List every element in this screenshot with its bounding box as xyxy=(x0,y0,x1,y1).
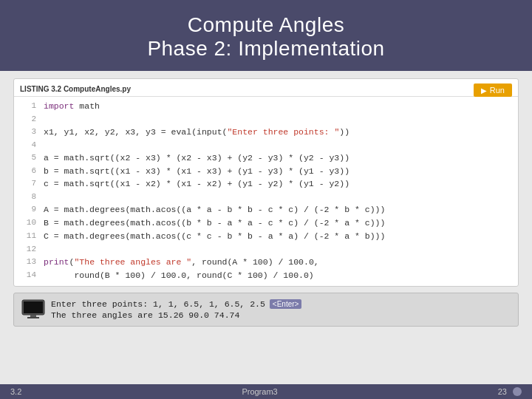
code-line-7: 7 c = math.sqrt((x1 - x2) * (x1 - x2) + … xyxy=(20,177,512,191)
slide: Compute Angles Phase 2: Implementation L… xyxy=(0,0,532,399)
monitor-icon xyxy=(21,299,45,320)
code-line-10: 10 B = math.degrees(math.acos((b * b - a… xyxy=(20,216,512,230)
enter-tag: <Enter> xyxy=(270,299,302,309)
svg-rect-1 xyxy=(24,301,43,313)
output-line-2: The three angles are 15.26 90.0 74.74 xyxy=(51,310,509,320)
footer-page-number: 23 xyxy=(498,387,507,396)
code-line-12: 12 xyxy=(20,243,512,256)
listing-label: LISTING 3.2 ComputeAngles.py xyxy=(14,83,518,97)
code-line-14: 14 round(B * 100) / 100.0, round(C * 100… xyxy=(20,269,512,282)
footer-center: Program3 xyxy=(242,387,277,396)
output-input-value: 1, 1, 6.5, 1, 6.5, 2.5 xyxy=(153,299,265,309)
code-line-6: 6 b = math.sqrt((x1 - x3) * (x1 - x3) + … xyxy=(20,165,512,178)
slide-title: Compute Angles Phase 2: Implementation xyxy=(15,13,517,61)
svg-rect-2 xyxy=(30,315,36,317)
footer-left: 3.2 xyxy=(10,387,21,396)
code-line-1: 1 import math xyxy=(20,100,512,113)
code-listing: LISTING 3.2 ComputeAngles.py Run 1 impor… xyxy=(13,78,519,287)
code-line-5: 5 a = math.sqrt((x2 - x3) * (x2 - x3) + … xyxy=(20,151,512,165)
code-lines: 1 import math 2 3 x1, y1, x2, y2, x3, y3… xyxy=(14,100,518,282)
code-line-9: 9 A = math.degrees(math.acos((a * a - b … xyxy=(20,203,512,216)
code-line-2: 2 xyxy=(20,113,512,126)
svg-rect-3 xyxy=(27,317,39,318)
footer-right: 23 xyxy=(498,387,522,396)
code-line-11: 11 C = math.degrees(math.acos((c * c - b… xyxy=(20,230,512,243)
code-line-4: 4 xyxy=(20,139,512,151)
output-prompt: Enter three points: xyxy=(51,299,153,309)
content-area: LISTING 3.2 ComputeAngles.py Run 1 impor… xyxy=(0,71,532,384)
slide-header: Compute Angles Phase 2: Implementation xyxy=(0,0,532,71)
code-line-13: 13 print("The three angles are ", round(… xyxy=(20,256,512,269)
code-line-3: 3 x1, y1, x2, y2, x3, y3 = eval(input("E… xyxy=(20,126,512,139)
code-line-8: 8 xyxy=(20,191,512,203)
nav-dot[interactable] xyxy=(513,387,522,396)
run-button[interactable]: Run xyxy=(474,83,512,97)
footer: 3.2 Program3 23 xyxy=(0,384,532,399)
output-line-1: Enter three points: 1, 1, 6.5, 1, 6.5, 2… xyxy=(51,299,509,309)
output-section: Enter three points: 1, 1, 6.5, 1, 6.5, 2… xyxy=(13,293,519,327)
